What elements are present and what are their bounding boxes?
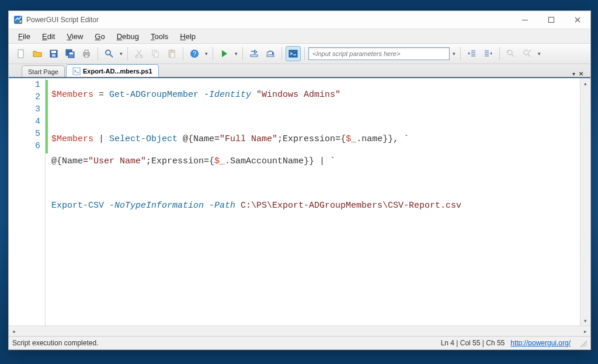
- svg-rect-13: [85, 50, 88, 52]
- svg-rect-22: [171, 52, 175, 58]
- code-token: -NoTypeInformation: [104, 201, 204, 211]
- svg-marker-31: [490, 52, 492, 55]
- code-token: "Full Name": [220, 134, 277, 144]
- scroll-right-button[interactable]: ▸: [580, 326, 590, 336]
- bookmark-prev-button[interactable]: [503, 46, 519, 61]
- run-dropdown[interactable]: ▾: [233, 47, 239, 61]
- svg-rect-14: [85, 55, 88, 57]
- toolbar-separator: [98, 47, 98, 60]
- line-number: 2: [9, 92, 45, 104]
- open-file-button[interactable]: [30, 46, 45, 61]
- code-token: $Members: [51, 134, 93, 144]
- toolbar-separator: [281, 47, 282, 60]
- menu-go[interactable]: Go: [89, 30, 110, 43]
- paste-button[interactable]: [164, 46, 179, 61]
- svg-rect-19: [154, 52, 158, 57]
- cursor-position: Ln 4 | Col 55 | Ch 55: [441, 339, 505, 347]
- toggle-console-button[interactable]: [286, 46, 301, 61]
- svg-marker-35: [530, 50, 531, 52]
- svg-text:?: ?: [193, 50, 196, 57]
- help-button[interactable]: ?: [187, 46, 202, 61]
- close-button[interactable]: [564, 11, 590, 29]
- svg-point-1: [19, 20, 22, 23]
- code-token: @{Name=: [51, 156, 88, 166]
- toolbar-separator: [460, 47, 461, 60]
- code-token: "User Name": [88, 156, 146, 166]
- help-dropdown[interactable]: ▾: [203, 47, 209, 61]
- outdent-button[interactable]: [464, 46, 479, 61]
- code-token: ;Expression={: [277, 134, 346, 144]
- script-parameters-input[interactable]: [308, 47, 450, 60]
- save-button[interactable]: [46, 46, 61, 61]
- menu-tools[interactable]: Tools: [145, 30, 174, 43]
- indent-button[interactable]: [481, 46, 496, 61]
- code-token: -Path: [204, 201, 241, 211]
- tab-label: Export-AD...mbers.ps1: [83, 68, 152, 75]
- new-file-button[interactable]: [13, 46, 29, 61]
- code-token: .SamAccountName}} | `: [225, 156, 335, 166]
- run-button[interactable]: [217, 46, 232, 61]
- copy-button[interactable]: [148, 46, 163, 61]
- resize-grip[interactable]: [579, 339, 587, 347]
- svg-rect-2: [522, 20, 528, 20]
- app-window: PowerGUI Script Editor File Edit View Go…: [8, 10, 591, 350]
- code-token: Select-Object: [109, 134, 178, 144]
- svg-marker-25: [222, 50, 227, 57]
- svg-rect-36: [73, 68, 80, 75]
- code-token: @{Name=: [178, 134, 220, 144]
- line-number-gutter: 1 2 3 4 5 6: [9, 78, 46, 326]
- menu-bar: File Edit View Go Debug Tools Help: [9, 29, 590, 43]
- svg-rect-3: [548, 18, 554, 23]
- search-button[interactable]: [102, 46, 117, 61]
- svg-rect-28: [267, 55, 274, 57]
- step-over-button[interactable]: [263, 46, 278, 61]
- cut-button[interactable]: [131, 46, 147, 61]
- scroll-down-button[interactable]: ▾: [580, 316, 590, 326]
- svg-rect-11: [69, 52, 73, 54]
- line-number: 4: [9, 117, 45, 129]
- bookmark-dropdown[interactable]: ▾: [536, 47, 542, 61]
- toolbar-separator: [242, 47, 243, 60]
- save-all-button[interactable]: [62, 46, 78, 61]
- menu-view[interactable]: View: [61, 30, 89, 43]
- code-token: Get-ADGroupMember: [109, 90, 199, 100]
- toolbar-separator: [499, 47, 500, 60]
- toolbar-separator: [127, 47, 128, 60]
- menu-file[interactable]: File: [12, 30, 36, 43]
- toolbar-separator: [304, 47, 305, 60]
- minimize-button[interactable]: [512, 11, 538, 29]
- svg-rect-26: [251, 55, 258, 57]
- bookmark-next-button[interactable]: [520, 46, 535, 61]
- code-token: "Windows Admins": [256, 90, 340, 100]
- menu-edit[interactable]: Edit: [36, 30, 61, 43]
- tab-start-page[interactable]: Start Page: [22, 65, 65, 77]
- menu-help[interactable]: Help: [174, 30, 201, 43]
- code-editor[interactable]: 1 2 3 4 5 6 $Members = Get-ADGroupMember…: [9, 78, 590, 326]
- svg-rect-8: [52, 54, 55, 57]
- line-number: 3: [9, 104, 45, 117]
- tab-active-file[interactable]: Export-AD...mbers.ps1: [66, 64, 159, 77]
- svg-marker-30: [468, 52, 470, 55]
- tab-menu-button[interactable]: ▾: [572, 71, 575, 77]
- svg-rect-29: [289, 50, 297, 57]
- tab-close-button[interactable]: ✕: [579, 71, 583, 77]
- search-dropdown[interactable]: ▾: [118, 47, 124, 61]
- toolbar-separator: [183, 47, 183, 60]
- code-token: -Identity: [199, 90, 256, 100]
- code-content[interactable]: $Members = Get-ADGroupMember -Identity "…: [48, 78, 580, 326]
- svg-rect-21: [170, 50, 173, 51]
- scroll-up-button[interactable]: ▴: [580, 78, 590, 88]
- print-button[interactable]: [79, 46, 94, 61]
- horizontal-scrollbar[interactable]: ◂ ▸: [9, 326, 590, 336]
- window-controls: [512, 11, 590, 29]
- step-into-button[interactable]: [246, 46, 262, 61]
- maximize-button[interactable]: [538, 11, 564, 29]
- scroll-left-button[interactable]: ◂: [9, 326, 19, 336]
- parameters-dropdown[interactable]: ▾: [451, 47, 457, 61]
- vertical-scrollbar[interactable]: ▴ ▾: [580, 78, 590, 326]
- ps1-file-icon: [72, 67, 81, 75]
- powergui-link[interactable]: http://powergui.org/: [510, 339, 571, 347]
- menu-debug[interactable]: Debug: [111, 30, 145, 43]
- code-token: .name}}, `: [356, 134, 409, 144]
- code-token: =: [93, 90, 109, 100]
